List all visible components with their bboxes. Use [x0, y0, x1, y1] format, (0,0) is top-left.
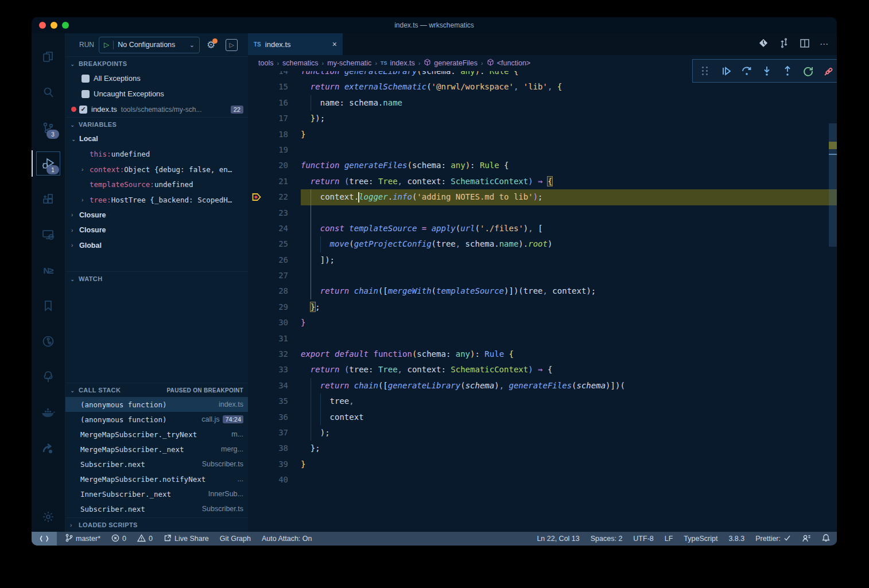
step-out-icon[interactable] [780, 64, 795, 79]
variables-section-header[interactable]: ⌄ VARIABLES [65, 117, 248, 131]
breadcrumb-item[interactable]: TSindex.ts [381, 59, 415, 67]
debug-current-line-arrow-icon[interactable] [248, 189, 265, 205]
continue-icon[interactable] [719, 64, 734, 79]
breakpoint-row[interactable]: ✓index.tstools/schematics/my-sch...22 [65, 102, 248, 117]
code-line[interactable]: 31 [248, 331, 837, 346]
breakpoints-section-header[interactable]: ⌄ BREAKPOINTS [65, 56, 248, 71]
variable-row[interactable]: ›Global [65, 238, 248, 254]
variable-row[interactable]: ›Closure [65, 223, 248, 238]
variable-row[interactable]: this: undefined [65, 147, 248, 162]
code-line[interactable]: 21 return (tree: Tree, context: Schemati… [248, 174, 837, 189]
configuration-dropdown[interactable]: ▷ No Configurations ⌄ [99, 37, 200, 53]
debug-console-icon[interactable]: ▷ [226, 39, 238, 51]
open-changes-icon[interactable] [758, 37, 769, 51]
code-line[interactable]: 38 }; [248, 441, 837, 456]
code-line[interactable]: 17 }); [248, 111, 837, 126]
code-line[interactable]: 25 move(getProjectConfig(tree, schema.na… [248, 236, 837, 252]
code-line[interactable]: 35 tree, [248, 394, 837, 409]
code-line[interactable]: 30} [248, 315, 837, 330]
remote-explorer-icon[interactable] [32, 217, 65, 252]
source-control-icon[interactable]: 3 [32, 110, 65, 146]
split-editor-icon[interactable] [799, 37, 810, 51]
status-item-ln-22-col-13[interactable]: Ln 22, Col 13 [537, 535, 579, 543]
code-line[interactable]: 26 ]); [248, 252, 837, 268]
status-item-3-8-3[interactable]: 3.8.3 [728, 535, 744, 543]
variable-row[interactable]: ›tree: HostTree {_backend: ScopedH… [65, 192, 248, 208]
breakpoint-row[interactable]: Uncaught Exceptions [65, 86, 248, 102]
breadcrumb-item[interactable]: schematics [282, 59, 319, 67]
disconnect-icon[interactable] [821, 64, 836, 79]
code-line[interactable]: 36 context [248, 410, 837, 425]
code-line[interactable]: 20function generateFiles(schema: any): R… [248, 158, 837, 173]
loaded-scripts-section-header[interactable]: › LOADED SCRIPTS [65, 517, 248, 532]
variable-row[interactable]: ⌄Local [65, 131, 248, 147]
call-stack-frame[interactable]: Subscriber.nextSubscriber.ts [65, 501, 248, 516]
call-stack-frame[interactable]: (anonymous function)index.ts [65, 397, 248, 412]
code-line[interactable]: 19 [248, 142, 837, 158]
variable-row[interactable]: templateSource: undefined [65, 177, 248, 193]
code-line[interactable]: 27 [248, 268, 837, 283]
explorer-icon[interactable] [32, 39, 65, 75]
call-stack-frame[interactable]: (anonymous function)call.js74:24 [65, 412, 248, 427]
call-stack-frame[interactable]: MergeMapSubscriber.notifyNext... [65, 472, 248, 486]
bookmarks-icon[interactable] [32, 288, 65, 324]
status-item-lf[interactable]: LF [665, 535, 673, 543]
breakpoint-checkbox[interactable] [82, 90, 90, 98]
breakpoint-checkbox[interactable] [82, 75, 90, 83]
call-stack-frame[interactable]: InnerSubscriber._nextInnerSub... [65, 486, 248, 501]
code-line[interactable]: 22 context.logger.info('adding NOTES.md … [248, 189, 837, 205]
call-stack-frame[interactable]: MergeMapSubscriber._nextmerg... [65, 442, 248, 457]
variable-row[interactable]: ›context: Object {debug: false, en… [65, 162, 248, 177]
step-into-icon[interactable] [759, 64, 774, 79]
code-line[interactable]: 24 const templateSource = apply(url('./f… [248, 221, 837, 236]
status-item-prettier[interactable]: Prettier: [755, 535, 791, 543]
docker-icon[interactable] [32, 395, 65, 430]
nx-console-icon[interactable]: N≥ [32, 252, 65, 288]
drag-handle-icon[interactable] [698, 64, 713, 79]
editor-scrollbar[interactable] [829, 71, 837, 532]
code-line[interactable]: 29 }; [248, 299, 837, 315]
tab-index-ts[interactable]: TS index.ts × [248, 33, 343, 55]
call-stack-section-header[interactable]: ⌄ CALL STACK PAUSED ON BREAKPOINT [65, 383, 248, 397]
share-icon[interactable] [32, 430, 65, 466]
remote-indicator-icon[interactable] [32, 532, 57, 546]
status-item[interactable] [802, 534, 811, 544]
status-item-auto-attach-on[interactable]: Auto Attach: On [262, 535, 312, 543]
settings-gear-icon[interactable] [32, 502, 65, 532]
breakpoint-checkbox[interactable]: ✓ [79, 106, 87, 114]
configure-gear-icon[interactable]: ⚙ [207, 40, 215, 50]
status-item-0[interactable]: 0 [137, 534, 153, 544]
extensions-icon[interactable] [32, 181, 65, 217]
breadcrumb-item[interactable]: my-schematic [327, 59, 371, 67]
code-line[interactable]: 16 name: schema.name [248, 95, 837, 111]
code-line[interactable]: 33 return (tree: Tree, context: Schemati… [248, 362, 837, 377]
breadcrumb-item[interactable]: generateFiles [424, 59, 478, 68]
variable-row[interactable]: ›Closure [65, 208, 248, 223]
code-line[interactable]: 18} [248, 127, 837, 142]
breakpoint-row[interactable]: All Exceptions [65, 71, 248, 86]
status-item-git-graph[interactable]: Git Graph [220, 535, 251, 543]
git-history-icon[interactable] [32, 324, 65, 359]
run-and-debug-icon[interactable]: 1 [32, 146, 65, 181]
restart-icon[interactable] [801, 64, 816, 79]
code-line[interactable]: 28 return chain([mergeWith(templateSourc… [248, 283, 837, 299]
call-stack-frame[interactable]: Subscriber.nextSubscriber.ts [65, 457, 248, 472]
call-stack-frame[interactable]: MergeMapSubscriber._tryNextm... [65, 427, 248, 442]
status-item-0[interactable]: 0 [111, 534, 126, 544]
status-item-utf-8[interactable]: UTF-8 [633, 535, 653, 543]
code-line[interactable]: 32export default function(schema: any): … [248, 346, 837, 362]
code-line[interactable]: 40 [248, 472, 837, 488]
code-line[interactable]: 23 [248, 205, 837, 221]
close-tab-icon[interactable]: × [332, 40, 337, 49]
todo-tree-icon[interactable] [32, 359, 65, 395]
breadcrumb-item[interactable]: tools [258, 59, 273, 67]
status-item-spaces-2[interactable]: Spaces: 2 [591, 535, 623, 543]
code-line[interactable]: 34 return chain([generateLibrary(schema)… [248, 378, 837, 394]
status-item[interactable] [822, 534, 830, 544]
code-line[interactable]: 39} [248, 457, 837, 472]
more-actions-icon[interactable]: ⋯ [820, 39, 829, 49]
status-item-master[interactable]: master* [65, 534, 100, 544]
status-item-typescript[interactable]: TypeScript [684, 535, 717, 543]
code-area[interactable]: 14function generateLibrary(schema: any):… [248, 71, 837, 532]
breadcrumb-item[interactable]: <function> [487, 59, 530, 68]
